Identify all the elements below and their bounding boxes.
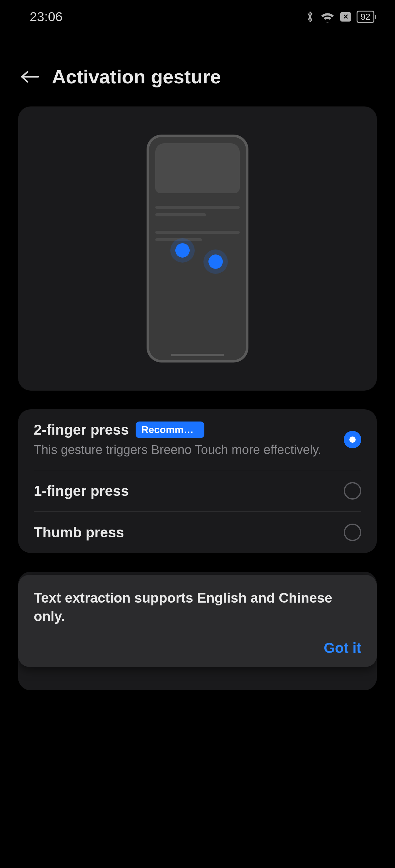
radio-unselected-icon[interactable] [344, 482, 361, 500]
touch-dot-icon [208, 254, 223, 269]
touch-dot-icon [175, 243, 190, 257]
sdcard-error-icon: ✕ [340, 12, 351, 22]
option-title: 1-finger press [34, 483, 129, 499]
phone-mock [146, 134, 249, 363]
gesture-preview [18, 106, 377, 391]
battery-icon: 92 [357, 11, 376, 23]
battery-level: 92 [361, 12, 370, 22]
option-title: Thumb press [34, 524, 124, 541]
option-thumb[interactable]: Thumb press [34, 512, 361, 553]
wifi-icon [320, 11, 335, 23]
toast: Text extraction supports English and Chi… [18, 575, 377, 667]
back-button[interactable] [21, 70, 39, 84]
bluetooth-icon [305, 10, 315, 24]
option-title: 2-finger press [34, 421, 129, 438]
toast-message: Text extraction supports English and Chi… [34, 589, 361, 626]
status-icons: ✕ 92 [305, 10, 376, 24]
options-list: 2-finger press Recomme… This gesture tri… [18, 409, 377, 553]
header: Activation gesture [0, 31, 395, 106]
option-subtitle: This gesture triggers Breeno Touch more … [34, 441, 334, 458]
toast-action-button[interactable]: Got it [324, 640, 361, 656]
option-two-finger[interactable]: 2-finger press Recomme… This gesture tri… [34, 409, 361, 470]
status-bar: 23:06 ✕ 92 [0, 0, 395, 31]
option-one-finger[interactable]: 1-finger press [34, 470, 361, 512]
page-title: Activation gesture [52, 66, 221, 88]
recommended-badge: Recomme… [136, 422, 204, 438]
radio-unselected-icon[interactable] [344, 524, 361, 541]
clock: 23:06 [30, 9, 62, 24]
radio-selected-icon[interactable] [344, 431, 361, 448]
